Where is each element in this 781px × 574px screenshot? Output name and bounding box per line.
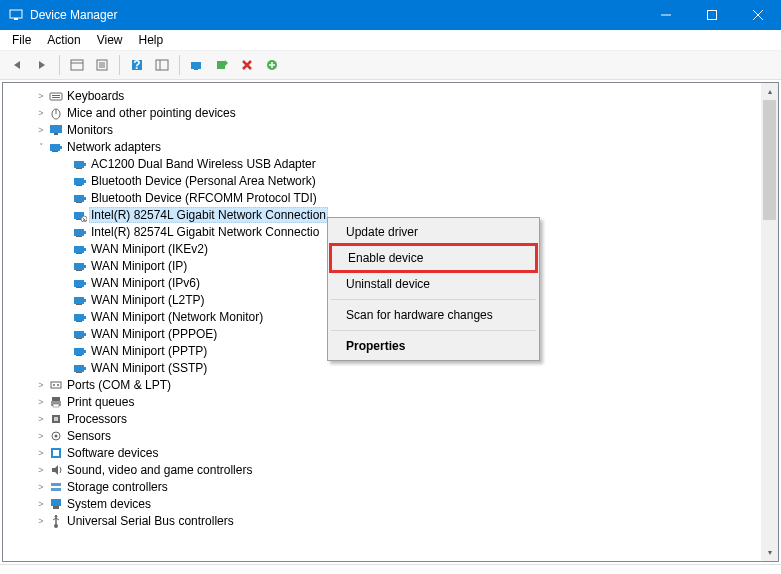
forward-button[interactable] [31,54,53,76]
show-hide-tree-button[interactable] [66,54,88,76]
ctx-properties[interactable]: Properties [330,334,537,358]
context-menu: Update driver Enable device Uninstall de… [327,217,540,361]
minimize-button[interactable] [643,0,689,30]
tree-category[interactable]: >System devices [3,495,778,512]
tree-category[interactable]: >Mice and other pointing devices [3,104,778,121]
tree-device[interactable]: Bluetooth Device (RFCOMM Protocol TDI) [3,189,778,206]
expand-icon[interactable]: > [35,516,47,526]
category-label: Network adapters [65,140,163,154]
expand-icon[interactable]: > [35,448,47,458]
expand-icon[interactable]: > [35,380,47,390]
svg-rect-69 [51,382,61,388]
device-label: WAN Miniport (PPTP) [89,344,209,358]
svg-rect-28 [52,151,58,152]
svg-rect-45 [74,246,84,253]
network-icon [71,276,89,290]
ctx-scan-hardware[interactable]: Scan for hardware changes [330,303,537,327]
svg-rect-61 [76,338,82,339]
svg-rect-67 [76,372,82,373]
svg-rect-25 [50,125,62,133]
device-tree-panel: >Keyboards>Mice and other pointing devic… [2,82,779,562]
network-icon [71,242,89,256]
device-label: WAN Miniport (IP) [89,259,189,273]
scroll-down-arrow[interactable]: ▾ [761,544,778,561]
svg-rect-27 [50,144,60,151]
expand-icon[interactable]: > [35,414,47,424]
expand-icon[interactable]: > [35,125,47,135]
tree-category[interactable]: >Print queues [3,393,778,410]
svg-rect-58 [76,321,82,322]
back-button[interactable] [6,54,28,76]
expand-icon[interactable]: > [35,482,47,492]
tree-device[interactable]: AC1200 Dual Band Wireless USB Adapter [3,155,778,172]
properties-button[interactable] [91,54,113,76]
tree-device[interactable]: Bluetooth Device (Personal Area Network) [3,172,778,189]
tree-category[interactable]: >Software devices [3,444,778,461]
svg-rect-18 [217,61,225,69]
network-icon [71,225,89,239]
tree-category[interactable]: >Keyboards [3,87,778,104]
usb-icon [47,514,65,528]
toolbar: ? [0,51,781,80]
expand-icon[interactable]: ˅ [35,142,47,152]
svg-rect-6 [71,60,83,70]
tree-category[interactable]: >Processors [3,410,778,427]
ctx-uninstall-device[interactable]: Uninstall device [330,272,537,296]
tree-category[interactable]: >Storage controllers [3,478,778,495]
ctx-enable-device[interactable]: Enable device [332,246,535,270]
close-button[interactable] [735,0,781,30]
svg-rect-1 [14,18,18,20]
tree-device[interactable]: WAN Miniport (SSTP) [3,359,778,376]
storage-icon [47,480,65,494]
device-label: Intel(R) 82574L Gigabit Network Connecti… [89,207,328,223]
uninstall-device-button[interactable] [236,54,258,76]
ctx-update-driver[interactable]: Update driver [330,220,537,244]
svg-rect-29 [60,146,62,149]
menu-view[interactable]: View [89,31,131,49]
svg-rect-21 [52,95,60,96]
menu-action[interactable]: Action [39,31,88,49]
tree-category[interactable]: >Universal Serial Bus controllers [3,512,778,529]
vertical-scrollbar[interactable]: ▴ ▾ [761,83,778,561]
svg-rect-52 [76,287,82,288]
help-button[interactable]: ? [126,54,148,76]
network-icon [71,293,89,307]
window-title: Device Manager [30,8,643,22]
category-label: Ports (COM & LPT) [65,378,173,392]
device-label: WAN Miniport (IKEv2) [89,242,210,256]
expand-icon[interactable]: > [35,108,47,118]
svg-rect-53 [84,282,86,285]
tree-category[interactable]: >Sensors [3,427,778,444]
software-icon [47,446,65,460]
maximize-button[interactable] [689,0,735,30]
expand-icon[interactable]: > [35,431,47,441]
expand-icon[interactable]: > [35,397,47,407]
svg-rect-26 [54,133,58,135]
menu-help[interactable]: Help [131,31,172,49]
svg-rect-49 [76,270,82,271]
category-label: Print queues [65,395,136,409]
tree-category[interactable]: >Monitors [3,121,778,138]
svg-rect-33 [74,178,84,185]
svg-rect-47 [84,248,86,251]
action-properties-button[interactable] [151,54,173,76]
scroll-up-arrow[interactable]: ▴ [761,83,778,100]
svg-rect-57 [74,314,84,321]
menu-file[interactable]: File [4,31,39,49]
expand-icon[interactable]: > [35,465,47,475]
enable-device-button[interactable] [211,54,233,76]
scroll-thumb[interactable] [763,100,776,220]
tree-category[interactable]: ˅Network adapters [3,138,778,155]
svg-rect-68 [84,367,86,370]
expand-icon[interactable]: > [35,499,47,509]
network-icon [71,310,89,324]
svg-rect-50 [84,265,86,268]
scan-hardware-button[interactable] [261,54,283,76]
tree-category[interactable]: >Sound, video and game controllers [3,461,778,478]
tree-category[interactable]: >Ports (COM & LPT) [3,376,778,393]
expand-icon[interactable]: > [35,91,47,101]
device-label: WAN Miniport (L2TP) [89,293,207,307]
mouse-icon [47,106,65,120]
svg-rect-80 [53,450,59,456]
update-driver-button[interactable] [186,54,208,76]
